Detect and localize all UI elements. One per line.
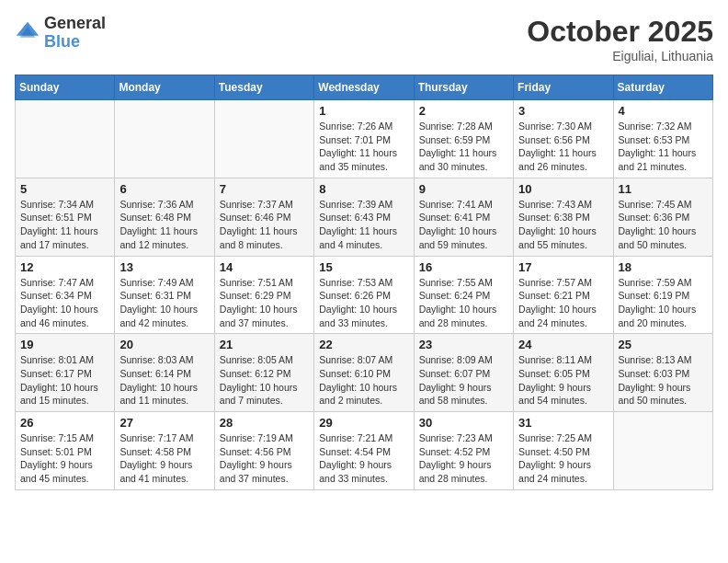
day-number: 10 — [518, 182, 608, 196]
day-number: 11 — [619, 182, 708, 196]
calendar-cell: 3Sunrise: 7:30 AM Sunset: 6:56 PM Daylig… — [514, 100, 613, 178]
day-number: 25 — [619, 338, 708, 351]
day-info: Sunrise: 7:28 AM Sunset: 6:59 PM Dayligh… — [419, 120, 508, 174]
calendar-cell: 4Sunrise: 7:32 AM Sunset: 6:53 PM Daylig… — [613, 100, 712, 178]
calendar-cell: 8Sunrise: 7:39 AM Sunset: 6:43 PM Daylig… — [314, 178, 414, 256]
day-number: 20 — [119, 338, 209, 351]
page-header: General Blue October 2025 Eiguliai, Lith… — [15, 15, 713, 63]
day-header-thursday: Thursday — [414, 75, 513, 100]
day-info: Sunrise: 7:36 AM Sunset: 6:48 PM Dayligh… — [119, 198, 209, 252]
calendar-cell: 22Sunrise: 8:07 AM Sunset: 6:10 PM Dayli… — [314, 334, 414, 412]
calendar-cell: 2Sunrise: 7:28 AM Sunset: 6:59 PM Daylig… — [414, 100, 513, 178]
header-row: SundayMondayTuesdayWednesdayThursdayFrid… — [16, 75, 713, 100]
day-info: Sunrise: 8:11 AM Sunset: 6:05 PM Dayligh… — [518, 353, 608, 408]
day-number: 30 — [419, 416, 508, 430]
day-number: 15 — [319, 260, 408, 274]
calendar-week-row: 5Sunrise: 7:34 AM Sunset: 6:51 PM Daylig… — [16, 178, 713, 256]
calendar-header: SundayMondayTuesdayWednesdayThursdayFrid… — [16, 75, 713, 100]
month-title: October 2025 — [527, 15, 713, 49]
day-info: Sunrise: 7:30 AM Sunset: 6:56 PM Dayligh… — [518, 120, 608, 174]
day-header-wednesday: Wednesday — [314, 75, 414, 100]
logo-blue-label: Blue — [44, 33, 106, 52]
day-info: Sunrise: 7:57 AM Sunset: 6:21 PM Dayligh… — [518, 276, 608, 330]
day-info: Sunrise: 7:23 AM Sunset: 4:52 PM Dayligh… — [419, 431, 508, 486]
day-info: Sunrise: 7:53 AM Sunset: 6:26 PM Dayligh… — [319, 276, 408, 330]
day-info: Sunrise: 7:32 AM Sunset: 6:53 PM Dayligh… — [619, 120, 708, 174]
day-number: 23 — [419, 338, 508, 351]
day-number: 31 — [518, 416, 608, 430]
location-label: Eiguliai, Lithuania — [527, 49, 713, 63]
day-info: Sunrise: 7:37 AM Sunset: 6:46 PM Dayligh… — [220, 198, 309, 252]
day-info: Sunrise: 8:09 AM Sunset: 6:07 PM Dayligh… — [419, 353, 508, 408]
calendar-cell: 20Sunrise: 8:03 AM Sunset: 6:14 PM Dayli… — [115, 334, 214, 412]
day-info: Sunrise: 8:01 AM Sunset: 6:17 PM Dayligh… — [20, 353, 109, 408]
day-info: Sunrise: 7:15 AM Sunset: 5:01 PM Dayligh… — [20, 431, 109, 486]
calendar-cell: 25Sunrise: 8:13 AM Sunset: 6:03 PM Dayli… — [613, 334, 712, 412]
calendar-cell: 31Sunrise: 7:25 AM Sunset: 4:50 PM Dayli… — [514, 412, 613, 490]
day-number: 14 — [220, 260, 309, 274]
day-info: Sunrise: 7:21 AM Sunset: 4:54 PM Dayligh… — [319, 431, 408, 486]
calendar-cell: 17Sunrise: 7:57 AM Sunset: 6:21 PM Dayli… — [514, 256, 613, 334]
day-number: 19 — [20, 338, 109, 351]
day-number: 7 — [220, 182, 309, 196]
day-number: 2 — [419, 104, 508, 118]
day-number: 26 — [20, 416, 109, 430]
calendar-cell — [214, 100, 313, 178]
calendar-cell: 11Sunrise: 7:45 AM Sunset: 6:36 PM Dayli… — [613, 178, 712, 256]
day-info: Sunrise: 8:13 AM Sunset: 6:03 PM Dayligh… — [619, 353, 708, 408]
calendar-cell: 6Sunrise: 7:36 AM Sunset: 6:48 PM Daylig… — [115, 178, 214, 256]
day-number: 21 — [220, 338, 309, 351]
day-number: 1 — [319, 104, 408, 118]
day-info: Sunrise: 7:59 AM Sunset: 6:19 PM Dayligh… — [619, 276, 708, 330]
day-info: Sunrise: 7:47 AM Sunset: 6:34 PM Dayligh… — [20, 276, 109, 330]
day-info: Sunrise: 7:43 AM Sunset: 6:38 PM Dayligh… — [518, 198, 608, 252]
calendar-week-row: 19Sunrise: 8:01 AM Sunset: 6:17 PM Dayli… — [16, 334, 713, 412]
day-number: 29 — [319, 416, 408, 430]
calendar-cell: 24Sunrise: 8:11 AM Sunset: 6:05 PM Dayli… — [514, 334, 613, 412]
calendar-cell: 10Sunrise: 7:43 AM Sunset: 6:38 PM Dayli… — [514, 178, 613, 256]
calendar-cell: 13Sunrise: 7:49 AM Sunset: 6:31 PM Dayli… — [115, 256, 214, 334]
day-header-sunday: Sunday — [16, 75, 115, 100]
calendar-cell — [613, 412, 712, 490]
calendar-cell: 21Sunrise: 8:05 AM Sunset: 6:12 PM Dayli… — [214, 334, 313, 412]
day-header-monday: Monday — [115, 75, 214, 100]
calendar-body: 1Sunrise: 7:26 AM Sunset: 7:01 PM Daylig… — [16, 100, 713, 490]
day-number: 4 — [619, 104, 708, 118]
calendar-cell — [115, 100, 214, 178]
day-number: 13 — [119, 260, 209, 274]
calendar-cell: 27Sunrise: 7:17 AM Sunset: 4:58 PM Dayli… — [115, 412, 214, 490]
title-block: October 2025 Eiguliai, Lithuania — [527, 15, 713, 63]
calendar-cell: 23Sunrise: 8:09 AM Sunset: 6:07 PM Dayli… — [414, 334, 513, 412]
logo-text: General Blue — [44, 15, 106, 52]
day-number: 6 — [119, 182, 209, 196]
day-info: Sunrise: 7:45 AM Sunset: 6:36 PM Dayligh… — [619, 198, 708, 252]
calendar-cell: 7Sunrise: 7:37 AM Sunset: 6:46 PM Daylig… — [214, 178, 313, 256]
calendar-cell: 19Sunrise: 8:01 AM Sunset: 6:17 PM Dayli… — [16, 334, 115, 412]
calendar-table: SundayMondayTuesdayWednesdayThursdayFrid… — [15, 75, 713, 490]
day-header-friday: Friday — [514, 75, 613, 100]
calendar-cell: 14Sunrise: 7:51 AM Sunset: 6:29 PM Dayli… — [214, 256, 313, 334]
calendar-cell: 18Sunrise: 7:59 AM Sunset: 6:19 PM Dayli… — [613, 256, 712, 334]
calendar-cell: 1Sunrise: 7:26 AM Sunset: 7:01 PM Daylig… — [314, 100, 414, 178]
calendar-cell — [16, 100, 115, 178]
calendar-cell: 15Sunrise: 7:53 AM Sunset: 6:26 PM Dayli… — [314, 256, 414, 334]
day-number: 28 — [220, 416, 309, 430]
day-info: Sunrise: 8:05 AM Sunset: 6:12 PM Dayligh… — [220, 353, 309, 408]
calendar-cell: 28Sunrise: 7:19 AM Sunset: 4:56 PM Dayli… — [214, 412, 313, 490]
day-number: 8 — [319, 182, 408, 196]
day-info: Sunrise: 7:39 AM Sunset: 6:43 PM Dayligh… — [319, 198, 408, 252]
day-info: Sunrise: 7:19 AM Sunset: 4:56 PM Dayligh… — [220, 431, 309, 486]
calendar-cell: 29Sunrise: 7:21 AM Sunset: 4:54 PM Dayli… — [314, 412, 414, 490]
day-info: Sunrise: 7:55 AM Sunset: 6:24 PM Dayligh… — [419, 276, 508, 330]
calendar-cell: 26Sunrise: 7:15 AM Sunset: 5:01 PM Dayli… — [16, 412, 115, 490]
day-info: Sunrise: 7:26 AM Sunset: 7:01 PM Dayligh… — [319, 120, 408, 174]
calendar-week-row: 1Sunrise: 7:26 AM Sunset: 7:01 PM Daylig… — [16, 100, 713, 178]
day-header-tuesday: Tuesday — [214, 75, 313, 100]
calendar-cell: 30Sunrise: 7:23 AM Sunset: 4:52 PM Dayli… — [414, 412, 513, 490]
calendar-cell: 5Sunrise: 7:34 AM Sunset: 6:51 PM Daylig… — [16, 178, 115, 256]
calendar-week-row: 26Sunrise: 7:15 AM Sunset: 5:01 PM Dayli… — [16, 412, 713, 490]
day-number: 22 — [319, 338, 408, 351]
day-info: Sunrise: 7:51 AM Sunset: 6:29 PM Dayligh… — [220, 276, 309, 330]
day-info: Sunrise: 7:49 AM Sunset: 6:31 PM Dayligh… — [119, 276, 209, 330]
day-info: Sunrise: 8:07 AM Sunset: 6:10 PM Dayligh… — [319, 353, 408, 408]
